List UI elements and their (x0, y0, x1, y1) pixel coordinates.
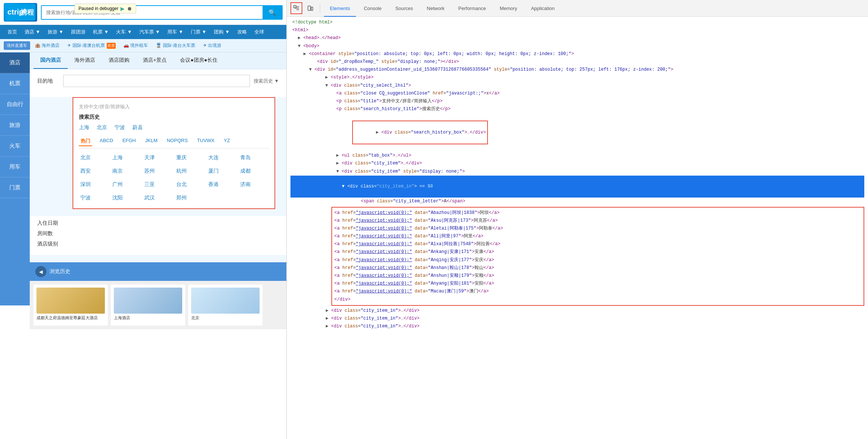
devtools-tab-performance[interactable]: Performance (452, 0, 492, 17)
nav-item-bus[interactable]: 汽车票 ▼ (136, 25, 164, 39)
nav-item-flight[interactable]: 机票 ▼ (89, 25, 112, 39)
html-body[interactable]: ▼ <body> (290, 42, 864, 50)
devtools-tab-elements[interactable]: Elements (324, 0, 356, 17)
html-link-aksu[interactable]: <a href="javascript:void(0);" data="Aksu… (334, 217, 861, 225)
sidebar-item-flight[interactable]: 机票 (0, 73, 30, 94)
sub-item-direct[interactable]: 境外直通车 (4, 41, 30, 50)
nav-item-group[interactable]: 跟团游 (67, 25, 89, 39)
destination-input[interactable] (63, 75, 250, 87)
nav-item-travel[interactable]: 旅游 ▼ (44, 25, 67, 39)
city-xian[interactable]: 西安 (79, 166, 109, 176)
city-shenyang[interactable]: 沈阳 (111, 193, 141, 203)
debug-record-icon[interactable]: ⏺ (127, 6, 132, 12)
city-zhengzhou[interactable]: 郑州 (175, 193, 205, 203)
nav-item-hotel[interactable]: 酒店 ▼ (21, 25, 44, 39)
city-qingdao[interactable]: 青岛 (239, 153, 269, 163)
city-jinan[interactable]: 济南 (239, 180, 269, 189)
city-guangzhou[interactable]: 广州 (111, 180, 141, 189)
city-wuhan[interactable]: 武汉 (143, 193, 173, 203)
device-toolbar-button[interactable] (304, 2, 316, 14)
inspect-element-button[interactable] (290, 2, 302, 14)
html-link-anshan[interactable]: <a href="javascript:void(0);" data="Ansh… (334, 264, 861, 272)
html-suggestion-container[interactable]: ▼ <div id="address_suggestionContainer_u… (290, 66, 864, 74)
sub-item-intl-train[interactable]: 🚆 国际·港台火车票 (153, 41, 198, 50)
html-city-item-letter[interactable]: <span class="city_item_letter">A</span> (290, 198, 864, 205)
sub-item-rental[interactable]: 🚗 境外租车 (120, 41, 151, 50)
html-city-select[interactable]: ▼ <div class="city_select_lhsl"> (290, 82, 864, 90)
devtools-tab-memory[interactable]: Memory (494, 0, 523, 17)
html-link-anyang[interactable]: <a href="javascript:void(0);" data="Anya… (334, 280, 861, 288)
meeting-card-2[interactable]: 上海酒店 (111, 285, 185, 326)
city-xiamen[interactable]: 厦门 (207, 166, 237, 176)
nav-item-train[interactable]: 火车 ▼ (112, 25, 135, 39)
city-ningbo[interactable]: 宁波 (79, 193, 109, 203)
sidebar-item-freetravel[interactable]: 自由行 (0, 94, 30, 115)
city-chengdu[interactable]: 成都 (239, 166, 269, 176)
html-link-alxa[interactable]: <a href="javascript:void(0);" data="Alxa… (334, 240, 861, 248)
search-history-button[interactable]: 搜索历史 ▼ (254, 78, 279, 84)
city-taipei[interactable]: 台北 (175, 180, 205, 189)
sub-item-intl-flight[interactable]: ✈ 国际·港澳台机票抢票 (64, 41, 119, 50)
browse-prev-button[interactable]: ◀ (35, 266, 46, 277)
html-dropbox[interactable]: <div id="_dropBoxTemp_" style="display: … (290, 58, 864, 66)
html-link-aletai[interactable]: <a href="javascript:void(0);" data="Alet… (334, 225, 861, 233)
nav-item-group2[interactable]: 团购 ▼ (210, 25, 233, 39)
nav-item-home[interactable]: 首页 (4, 25, 21, 39)
html-city-item1[interactable]: ▶ <div class="city_item">…</div> (290, 160, 864, 167)
sub-item-overseas-hotel[interactable]: 🏨 海外酒店 (32, 41, 62, 50)
history-city-beijing[interactable]: 北京 (97, 124, 107, 131)
history-city-weian[interactable]: 蔚县 (132, 124, 143, 131)
tab-nopqrs[interactable]: NOPQRS (165, 137, 189, 146)
city-dalian[interactable]: 大连 (207, 153, 237, 163)
html-search-history-box[interactable]: ▶ <div class="search_history_box">…</div… (290, 113, 864, 152)
tab-jklm[interactable]: JKLM (143, 137, 159, 146)
html-city-item-in2[interactable]: ▶ <div class="city_item_in">…</div> (290, 307, 864, 315)
html-style[interactable]: ▶ <style>…</style> (290, 74, 864, 81)
meeting-card-3[interactable]: 北京 (188, 285, 263, 326)
hotel-tab-domestic[interactable]: 国内酒店 (33, 52, 68, 69)
html-link-ali[interactable]: <a href="javascript:void(0);" data="Ali|… (334, 233, 861, 240)
nav-item-ticket[interactable]: 门票 ▼ (187, 25, 210, 39)
nav-item-car[interactable]: 用车 ▼ (164, 25, 187, 39)
html-tab-box[interactable]: ▶ <ul class="tab_box">…</ul> (290, 152, 864, 160)
hotel-tab-group[interactable]: 酒店团购 (102, 52, 136, 69)
html-city-item-in3[interactable]: ▶ <div class="city_item_in">…</div> (290, 315, 864, 323)
html-container[interactable]: ▶ <container style="position: absolute; … (290, 50, 864, 58)
tab-tuvwx[interactable]: TUVWX (195, 137, 216, 146)
devtools-tab-application[interactable]: Application (525, 0, 561, 17)
city-beijing[interactable]: 北京 (79, 153, 109, 163)
html-link-anshun[interactable]: <a href="javascript:void(0);" data="Ansh… (334, 272, 861, 280)
debug-play-icon[interactable]: ▶ (120, 6, 125, 12)
html-link-anqing[interactable]: <a href="javascript:void(0);" data="Anqi… (334, 256, 861, 264)
tab-hot[interactable]: 热门 (79, 137, 92, 146)
html-link-ankang[interactable]: <a href="javascript:void(0);" data="Anka… (334, 248, 861, 256)
city-suzhou[interactable]: 苏州 (143, 166, 173, 176)
search-button[interactable]: 🔍 (263, 6, 282, 19)
devtools-tab-sources[interactable]: Sources (389, 0, 419, 17)
city-sanya[interactable]: 三亚 (143, 180, 173, 189)
devtools-tab-console[interactable]: Console (358, 0, 388, 17)
meeting-card-1[interactable]: 成都天之府温德姆至尊豪廷大酒店 (33, 285, 108, 326)
sidebar-item-travel[interactable]: 旅游 (0, 115, 30, 136)
city-hongkong[interactable]: 香港 (207, 180, 237, 189)
devtools-tab-network[interactable]: Network (421, 0, 451, 17)
tab-abcd[interactable]: ABCD (98, 137, 115, 146)
history-city-shanghai[interactable]: 上海 (79, 124, 89, 131)
html-city-item-in-selected[interactable]: ▼ <div class="city_item_in"> == $0 (290, 176, 864, 198)
nav-item-guide[interactable]: 攻略 (234, 25, 251, 39)
sidebar-item-train[interactable]: 火车 (0, 136, 30, 157)
html-city-item-in4[interactable]: ▶ <div class="city_item_in">…</div> (290, 323, 864, 330)
city-nanjing[interactable]: 南京 (111, 166, 141, 176)
html-title-p[interactable]: <p class="title">支持中文/拼音/简拼输入</p> (290, 97, 864, 105)
html-search-history-p[interactable]: <p class="search_history_title">搜索历史</p> (290, 105, 864, 113)
sub-item-overseas[interactable]: ✈ 出境游 (200, 41, 224, 50)
sidebar-item-ticket[interactable]: 门票 (0, 177, 30, 198)
hotel-tab-meeting[interactable]: 会议●团房●长住 (173, 52, 224, 69)
html-close[interactable]: <a class="close CQ_suggestionClose" href… (290, 90, 864, 97)
html-head[interactable]: ▶ <head>…</head> (290, 34, 864, 42)
tab-efgh[interactable]: EFGH (120, 137, 138, 146)
hotel-tab-overseas[interactable]: 海外酒店 (68, 52, 102, 69)
html-link-macau[interactable]: <a href="javascript:void(0);" data="Maca… (334, 288, 861, 295)
nav-item-global[interactable]: 全球 (251, 25, 268, 39)
city-tianjin[interactable]: 天津 (143, 153, 173, 163)
